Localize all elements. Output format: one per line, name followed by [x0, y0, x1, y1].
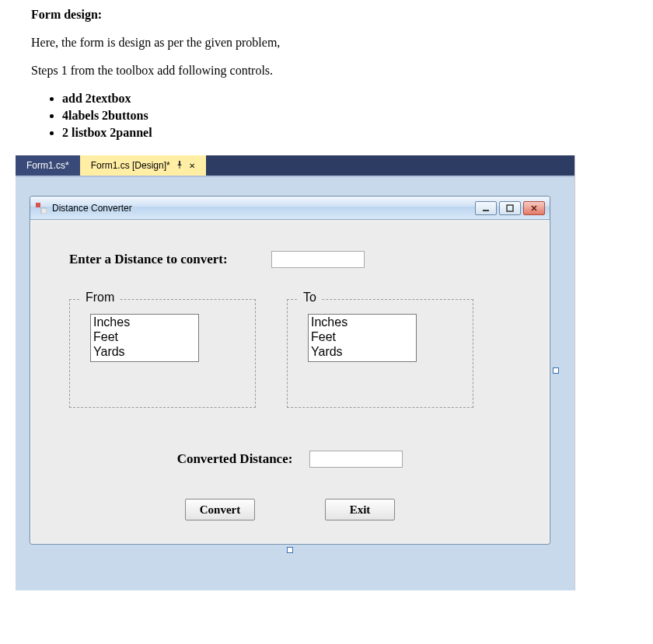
panels-row: From Inches Feet Yards To Inches Feet Ya…: [69, 299, 511, 408]
close-icon[interactable]: ✕: [189, 162, 195, 170]
svg-rect-2: [483, 210, 489, 211]
svg-rect-3: [507, 205, 513, 211]
selection-handle-right[interactable]: [553, 367, 559, 374]
converted-distance-label: Converted Distance:: [177, 451, 293, 467]
enter-distance-label: Enter a Distance to convert:: [69, 252, 271, 267]
from-label: From: [81, 291, 119, 305]
doc-heading: Form design:: [31, 8, 622, 22]
convert-button[interactable]: Convert: [185, 499, 255, 520]
close-button[interactable]: [523, 201, 545, 215]
list-item[interactable]: Feet: [311, 329, 414, 344]
list-item[interactable]: Inches: [93, 315, 196, 329]
doc-bullets: add 2textbox 4labels 2buttons 2 listbox …: [62, 92, 622, 140]
tab-label: Form1.cs*: [26, 160, 69, 171]
list-item[interactable]: Feet: [93, 329, 196, 344]
from-panel[interactable]: From Inches Feet Yards: [69, 299, 256, 408]
window-title: Distance Converter: [52, 203, 475, 214]
ide-window: Form1.cs* Form1.cs [Design]* ✕ Distance …: [16, 155, 575, 590]
converted-row: Converted Distance:: [69, 451, 511, 468]
doc-para-2: Steps 1 from the toolbox add following c…: [31, 64, 622, 78]
app-window[interactable]: Distance Converter Enter a Distance to c…: [30, 196, 550, 545]
tab-form1-cs[interactable]: Form1.cs*: [16, 155, 80, 176]
exit-button[interactable]: Exit: [325, 499, 395, 520]
ide-tabstrip: Form1.cs* Form1.cs [Design]* ✕: [16, 155, 574, 176]
maximize-button[interactable]: [499, 201, 521, 215]
to-panel[interactable]: To Inches Feet Yards: [287, 299, 473, 408]
designer-surface[interactable]: Distance Converter Enter a Distance to c…: [16, 176, 574, 590]
bullet-item: add 2textbox: [62, 92, 622, 106]
buttons-row: Convert Exit: [69, 499, 511, 520]
distance-input[interactable]: [271, 251, 365, 268]
titlebar[interactable]: Distance Converter: [30, 197, 550, 220]
enter-row: Enter a Distance to convert:: [69, 251, 511, 268]
list-item[interactable]: Yards: [93, 344, 196, 359]
from-listbox[interactable]: Inches Feet Yards: [90, 314, 199, 362]
list-item[interactable]: Yards: [311, 344, 414, 359]
doc-para-1: Here, the form is design as per the give…: [31, 36, 622, 50]
svg-rect-0: [36, 203, 40, 207]
bullet-item: 4labels 2buttons: [62, 109, 622, 123]
minimize-button[interactable]: [475, 201, 497, 215]
tab-form1-design[interactable]: Form1.cs [Design]* ✕: [80, 155, 206, 176]
bullet-item: 2 listbox 2pannel: [62, 126, 622, 140]
to-label: To: [299, 291, 321, 305]
to-listbox[interactable]: Inches Feet Yards: [308, 314, 417, 362]
tab-spacer: [206, 155, 574, 176]
selection-handle-bottom[interactable]: [287, 547, 293, 553]
svg-rect-1: [41, 208, 47, 214]
window-buttons: [475, 201, 545, 215]
converted-output[interactable]: [309, 451, 403, 468]
list-item[interactable]: Inches: [311, 315, 414, 329]
app-icon: [35, 202, 47, 214]
tab-label: Form1.cs [Design]*: [91, 160, 170, 171]
form-body: Enter a Distance to convert: From Inches…: [30, 220, 550, 544]
pin-icon[interactable]: [176, 161, 183, 170]
